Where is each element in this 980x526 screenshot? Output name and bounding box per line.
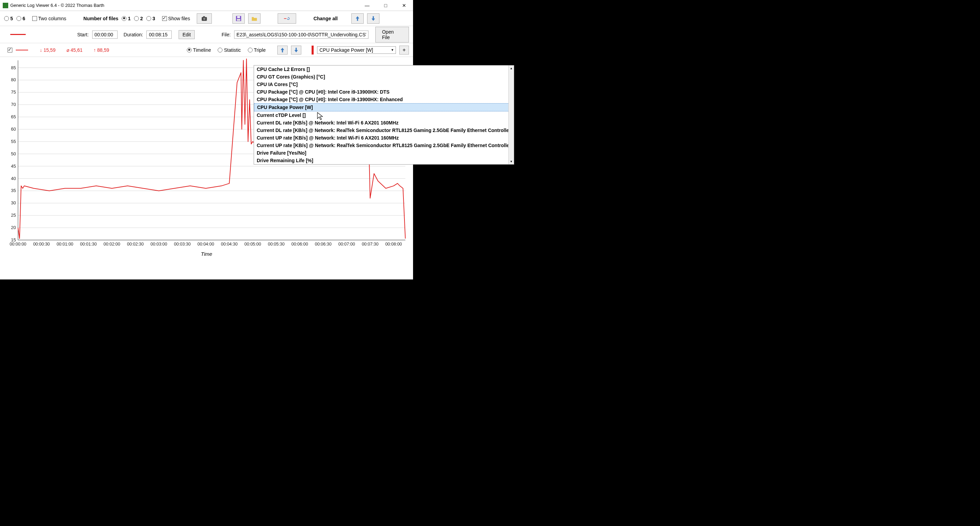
folder-icon	[251, 15, 258, 22]
arrow-up-icon	[279, 47, 286, 54]
svg-text:80: 80	[11, 77, 16, 82]
svg-text:55: 55	[11, 139, 16, 144]
move-up-all-button[interactable]	[352, 13, 364, 24]
svg-text:00:04:30: 00:04:30	[221, 242, 238, 247]
series-color-indicator	[16, 50, 28, 50]
radio-numfiles-3[interactable]: 3	[146, 16, 155, 21]
start-input[interactable]	[92, 30, 118, 39]
dropdown-scrollbar[interactable]: ▴ ▾	[508, 65, 514, 164]
stat-avg: ⌀ 45,61	[67, 47, 88, 53]
edit-button[interactable]: Edit	[178, 30, 194, 39]
dropdown-item[interactable]: CPU Package [°C] @ CPU [#0]: Intel Core …	[254, 88, 514, 96]
file-path-input[interactable]	[234, 30, 369, 39]
dropdown-item[interactable]: CPU IA Cores [°C]	[254, 81, 514, 88]
num-files-label: Number of files	[83, 16, 118, 21]
svg-text:20: 20	[11, 225, 16, 230]
toolbar-file: Start: Duration: Edit File: Open File	[0, 26, 413, 43]
svg-rect-6	[284, 18, 286, 19]
dropdown-item[interactable]: CPU Package [°C] @ CPU [#0]: Intel Core …	[254, 96, 514, 103]
svg-text:75: 75	[11, 89, 16, 95]
x-axis-label: Time	[3, 251, 410, 257]
stat-max: ↑ 88,59	[94, 47, 114, 53]
save-button[interactable]	[232, 13, 245, 24]
file-label: File:	[221, 32, 230, 37]
radio-view-statistic[interactable]: Statistic	[218, 47, 241, 53]
screenshot-button[interactable]	[197, 13, 212, 24]
svg-text:00:05:30: 00:05:30	[268, 242, 285, 247]
radio-6[interactable]: 6	[16, 16, 25, 21]
arrow-down-icon	[293, 47, 299, 54]
toolbar-series: ↓ 15,59 ⌀ 45,61 ↑ 88,59 Timeline Statist…	[0, 43, 413, 57]
dropdown-item[interactable]: CPU GT Cores (Graphics) [°C]	[254, 73, 514, 81]
checkbox-show-files[interactable]: Show files	[162, 16, 190, 21]
dropdown-item[interactable]: CPU Package Power [W]	[254, 103, 514, 112]
open-folder-button[interactable]	[248, 13, 261, 24]
checkbox-two-columns[interactable]: Two columns	[32, 16, 67, 21]
svg-text:00:06:30: 00:06:30	[315, 242, 331, 247]
dropdown-item[interactable]: Drive Remaining Life [%]	[254, 157, 514, 164]
series-color-swatch	[10, 34, 26, 35]
duration-input[interactable]	[146, 30, 172, 39]
minus-refresh-icon	[283, 15, 290, 22]
svg-text:35: 35	[11, 188, 16, 193]
radio-5[interactable]: 5	[4, 16, 13, 21]
dropdown-item[interactable]: Current DL rate [KB/s] @ Network: RealTe…	[254, 126, 514, 134]
radio-view-triple[interactable]: Triple	[248, 47, 266, 53]
window-title: Generic Log Viewer 6.4 - © 2022 Thomas B…	[10, 3, 361, 8]
svg-text:00:03:30: 00:03:30	[174, 242, 191, 247]
svg-text:65: 65	[11, 114, 16, 120]
radio-numfiles-1[interactable]: 1	[122, 16, 130, 21]
move-down-all-button[interactable]	[367, 13, 379, 24]
svg-text:60: 60	[11, 126, 16, 132]
open-file-button[interactable]: Open File	[375, 27, 409, 43]
svg-text:00:02:00: 00:02:00	[103, 242, 120, 247]
dropdown-item[interactable]: CPU Cache L2 Errors []	[254, 65, 514, 73]
app-icon	[3, 3, 8, 8]
dropdown-item[interactable]: Current UP rate [KB/s] @ Network: RealTe…	[254, 142, 514, 149]
toolbar-top: 5 6 Two columns Number of files 1 2 3 Sh…	[0, 11, 413, 26]
svg-text:00:07:00: 00:07:00	[338, 242, 355, 247]
minimize-button[interactable]: —	[361, 3, 373, 8]
svg-text:00:06:00: 00:06:00	[291, 242, 308, 247]
dropdown-item[interactable]: Current UP rate [KB/s] @ Network: Intel …	[254, 134, 514, 142]
metric-dropdown[interactable]: CPU Package Power [W]	[317, 46, 396, 54]
dropdown-item[interactable]: Current cTDP Level []	[254, 112, 514, 119]
svg-text:50: 50	[11, 151, 16, 156]
svg-rect-2	[203, 16, 205, 17]
floppy-icon	[235, 15, 242, 22]
scroll-down-icon[interactable]: ▾	[509, 159, 514, 164]
stat-min: ↓ 15,59	[40, 47, 60, 53]
svg-point-1	[203, 18, 206, 20]
arrow-down-icon	[370, 15, 377, 22]
camera-icon	[201, 15, 208, 22]
svg-text:45: 45	[11, 164, 16, 169]
svg-rect-4	[237, 16, 240, 18]
close-button[interactable]: ✕	[398, 3, 410, 8]
dropdown-item[interactable]: Current DL rate [KB/s] @ Network: Intel …	[254, 119, 514, 126]
svg-text:00:08:00: 00:08:00	[385, 242, 402, 247]
svg-text:25: 25	[11, 213, 16, 218]
svg-text:00:01:30: 00:01:30	[80, 242, 97, 247]
svg-text:30: 30	[11, 200, 16, 206]
add-metric-button[interactable]: +	[399, 46, 409, 54]
change-all-label: Change all	[313, 16, 337, 21]
maximize-button[interactable]: □	[379, 3, 392, 8]
radio-numfiles-2[interactable]: 2	[134, 16, 143, 21]
svg-text:00:05:00: 00:05:00	[244, 242, 261, 247]
series-marker	[312, 46, 313, 54]
radio-view-timeline[interactable]: Timeline	[187, 47, 211, 53]
series-stats: ↓ 15,59 ⌀ 45,61 ↑ 88,59	[40, 47, 119, 53]
move-series-down-button[interactable]	[291, 46, 301, 54]
svg-text:85: 85	[11, 65, 16, 70]
svg-text:00:00:30: 00:00:30	[33, 242, 50, 247]
series-visible-checkbox[interactable]	[8, 48, 12, 53]
svg-text:40: 40	[11, 176, 16, 181]
svg-text:00:04:00: 00:04:00	[197, 242, 214, 247]
svg-text:00:02:30: 00:02:30	[127, 242, 144, 247]
metric-dropdown-list[interactable]: ▴ ▾ CPU Cache L2 Errors []CPU GT Cores (…	[254, 65, 514, 164]
move-series-up-button[interactable]	[277, 46, 288, 54]
dropdown-item[interactable]: Drive Failure [Yes/No]	[254, 149, 514, 157]
svg-text:00:01:00: 00:01:00	[57, 242, 73, 247]
scroll-up-icon[interactable]: ▴	[509, 65, 514, 71]
remove-sync-button[interactable]	[278, 13, 296, 24]
